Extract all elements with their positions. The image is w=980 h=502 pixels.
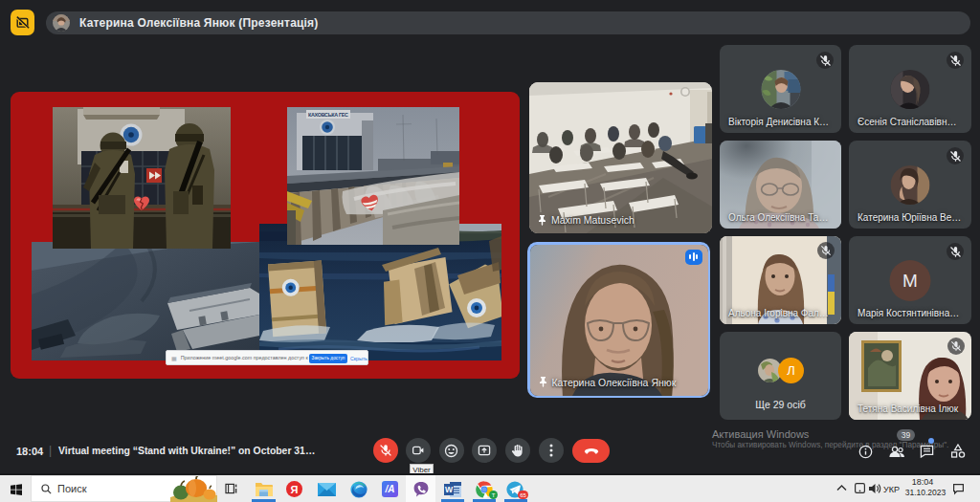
svg-text:W: W bbox=[445, 485, 454, 494]
svg-text:КАХОВСЬКА ГЕС: КАХОВСЬКА ГЕС bbox=[308, 112, 348, 118]
